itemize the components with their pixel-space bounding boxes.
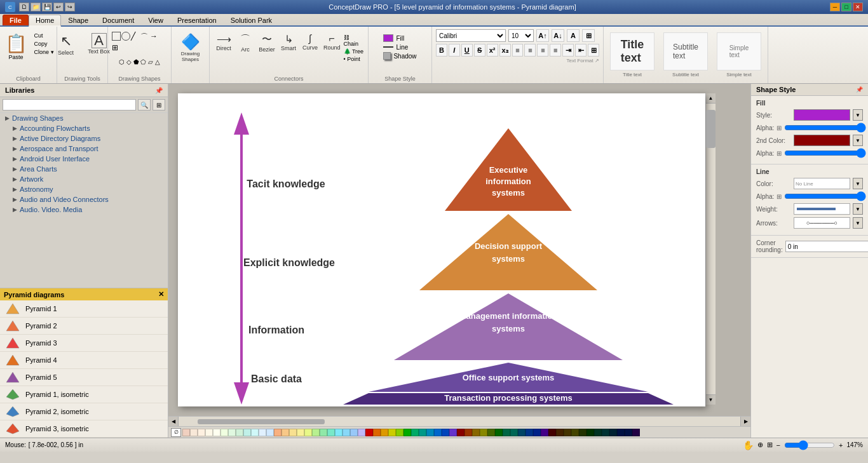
palette-color-swatch[interactable] (487, 429, 495, 436)
strikethrough-button[interactable]: S (474, 44, 485, 57)
palette-color-swatch[interactable] (594, 429, 602, 436)
libraries-search-button[interactable]: 🔍 (138, 99, 151, 111)
scroll-down-button[interactable]: ▼ (706, 394, 715, 405)
toolbar-redo[interactable]: ↪ (65, 3, 75, 11)
palette-color-swatch[interactable] (449, 429, 457, 436)
font-options-button[interactable]: ⊞ (582, 29, 595, 42)
shape-line[interactable]: ╱ (131, 32, 140, 41)
palette-color-swatch[interactable] (274, 429, 281, 436)
pyramid-1[interactable]: Pyramid 1 (0, 300, 168, 318)
font-color-button[interactable]: A (567, 29, 580, 42)
lib-aerospace[interactable]: ▶ Aerospace and Transport (0, 144, 168, 154)
palette-color-swatch[interactable] (442, 429, 449, 436)
palette-color-swatch[interactable] (632, 429, 640, 436)
lib-area-charts[interactable]: ▶ Area Charts (0, 164, 168, 174)
pyramid-5[interactable]: Pyramid 5 (0, 369, 168, 386)
pyramid-panel-close[interactable]: ✕ (158, 290, 164, 299)
line-alpha-slider[interactable] (784, 193, 866, 199)
menu-view[interactable]: View (141, 15, 170, 25)
drawing-shapes-button[interactable]: 🔷 DrawingShapes (175, 32, 207, 64)
round-button[interactable]: ⌐ Round (322, 32, 342, 52)
second-color-dropdown[interactable]: ▼ (853, 135, 863, 146)
palette-color-swatch[interactable] (526, 429, 533, 436)
menu-home[interactable]: Home (29, 15, 61, 27)
palette-color-swatch[interactable] (625, 429, 632, 436)
lib-accounting[interactable]: ▶ Accounting Flowcharts (0, 123, 168, 133)
lib-audio-media[interactable]: ▶ Audio. Video. Media (0, 205, 168, 215)
font-select[interactable]: Calibri (436, 29, 506, 42)
palette-color-swatch[interactable] (579, 429, 587, 436)
palette-color-swatch[interactable] (243, 429, 251, 436)
chain-button[interactable]: ⛓ Chain (344, 34, 364, 47)
pyramid-2-isometric[interactable]: Pyramid 2, isometric (0, 403, 168, 420)
hand-tool[interactable]: ✋ (743, 440, 754, 450)
subtitle-style-item[interactable]: Subtitletext Subtitle text (662, 31, 709, 79)
pyramid-3[interactable]: Pyramid 3 (0, 335, 168, 352)
italic-button[interactable]: I (449, 44, 460, 57)
toolbar-open[interactable]: 📁 (31, 3, 41, 11)
lib-drawing-shapes[interactable]: ▶ Drawing Shapes (0, 113, 168, 123)
line-color-swatch[interactable]: No Line (794, 178, 850, 189)
arc-button[interactable]: ⌒ Arc (235, 32, 255, 54)
menu-presentation[interactable]: Presentation (170, 15, 224, 25)
color-none-button[interactable]: ∅ (171, 428, 181, 437)
palette-color-swatch[interactable] (190, 429, 198, 436)
palette-color-swatch[interactable] (495, 429, 503, 436)
maximize-button[interactable]: □ (841, 3, 851, 11)
scroll-up-button[interactable]: ▲ (706, 93, 715, 104)
palette-color-swatch[interactable] (220, 429, 228, 436)
palette-color-swatch[interactable] (304, 429, 312, 436)
pyramid-2[interactable]: Pyramid 2 (0, 318, 168, 335)
zoom-fit[interactable]: ⊕ (757, 441, 763, 449)
lib-active-directory[interactable]: ▶ Active Directory Diagrams (0, 133, 168, 144)
pyramid-3-isometric[interactable]: Pyramid 3, isometric (0, 420, 168, 438)
scroll-right-button[interactable]: ▶ (740, 417, 750, 427)
bezier-button[interactable]: 〜 Bezier (257, 32, 277, 54)
palette-color-swatch[interactable] (205, 429, 213, 436)
palette-color-swatch[interactable] (411, 429, 419, 436)
palette-color-swatch[interactable] (533, 429, 541, 436)
align-left-button[interactable]: ≡ (512, 44, 524, 57)
subscript-button[interactable]: x₂ (499, 44, 511, 57)
fill-color-swatch[interactable] (383, 34, 393, 42)
scrollbar-thumb-h[interactable] (198, 419, 325, 424)
scrollbar-thumb-v[interactable] (706, 110, 715, 148)
fill-style-dropdown[interactable]: ▼ (853, 109, 863, 121)
line-weight-dropdown[interactable]: ▼ (853, 203, 863, 215)
palette-color-swatch[interactable] (182, 429, 190, 436)
palette-color-swatch[interactable] (465, 429, 472, 436)
canvas[interactable]: Tacit knowledge Explicit knowledge Infor… (178, 93, 705, 406)
palette-color-swatch[interactable] (297, 429, 304, 436)
pyramid-4[interactable]: Pyramid 4 (0, 352, 168, 369)
palette-color-swatch[interactable] (503, 429, 510, 436)
menu-solution-park[interactable]: Solution Park (224, 15, 279, 25)
palette-color-swatch[interactable] (518, 429, 526, 436)
bold-button[interactable]: B (436, 44, 447, 57)
palette-color-swatch[interactable] (266, 429, 274, 436)
palette-color-swatch[interactable] (198, 429, 205, 436)
palette-color-swatch[interactable] (426, 429, 434, 436)
palette-color-swatch[interactable] (312, 429, 320, 436)
palette-color-swatch[interactable] (213, 429, 220, 436)
palette-color-swatch[interactable] (281, 429, 289, 436)
palette-color-swatch[interactable] (358, 429, 365, 436)
menu-document[interactable]: Document (95, 15, 141, 25)
font-grow-button[interactable]: A↑ (536, 29, 549, 42)
indent-button[interactable]: ⇥ (562, 44, 574, 57)
palette-color-swatch[interactable] (564, 429, 571, 436)
superscript-button[interactable]: x² (487, 44, 498, 57)
palette-color-swatch[interactable] (381, 429, 388, 436)
align-right-button[interactable]: ≡ (537, 44, 548, 57)
align-justify-button[interactable]: ≡ (550, 44, 561, 57)
palette-color-swatch[interactable] (259, 429, 266, 436)
fill-alpha-slider[interactable] (784, 124, 866, 131)
palette-color-swatch[interactable] (434, 429, 442, 436)
fill-style-color[interactable] (794, 109, 850, 121)
corner-input[interactable] (785, 241, 868, 252)
palette-color-swatch[interactable] (480, 429, 487, 436)
shape-rect[interactable] (112, 32, 121, 41)
menu-file[interactable]: File (3, 15, 29, 25)
shape-arrow[interactable]: → (150, 32, 159, 41)
libraries-view-button[interactable]: ⊞ (153, 99, 165, 111)
palette-color-swatch[interactable] (251, 429, 259, 436)
